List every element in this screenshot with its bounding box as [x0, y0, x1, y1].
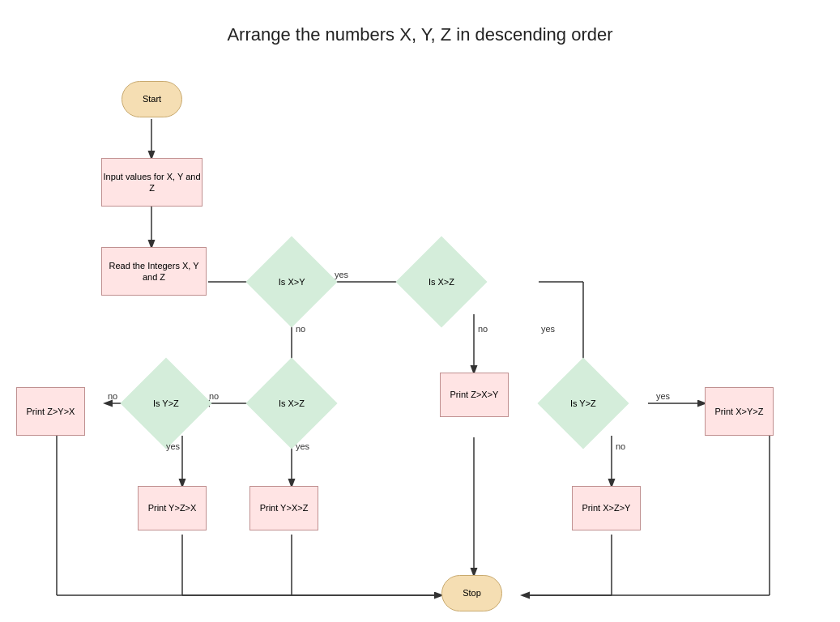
label-d1-no: no — [296, 324, 305, 334]
read-shape: Read the Integers X, Y and Z — [101, 247, 207, 296]
p2-label: Print Y>Z>X — [148, 502, 197, 513]
p6-label: Print X>Y>Z — [715, 406, 764, 417]
label-d3-yes: yes — [296, 441, 309, 451]
start-shape: Start — [122, 81, 182, 117]
p3-label: Print Y>X>Z — [260, 502, 309, 513]
d5-label: Is Y>Z — [570, 398, 596, 409]
p5-label: Print X>Z>Y — [582, 502, 631, 513]
read-label: Read the Integers X, Y and Z — [102, 260, 206, 283]
label-d5-no: no — [616, 441, 625, 451]
start-label: Start — [143, 93, 161, 104]
p1-label: Print Z>Y>X — [27, 406, 75, 417]
label-d3-no: no — [209, 391, 219, 401]
d1-label: Is X>Y — [279, 276, 305, 288]
label-d2-no: no — [478, 324, 488, 334]
stop-label: Stop — [463, 587, 481, 599]
d4-shape: Is Y>Z — [120, 357, 211, 449]
d5-shape: Is Y>Z — [537, 357, 629, 449]
input-label: Input values for X, Y and Z — [102, 171, 202, 194]
d2-label: Is X>Z — [429, 276, 454, 288]
d2-shape: Is X>Z — [395, 236, 487, 327]
p2-shape: Print Y>Z>X — [138, 486, 207, 530]
p3-shape: Print Y>X>Z — [249, 486, 318, 530]
d1-shape: Is X>Y — [245, 236, 337, 327]
label-d4-no: no — [108, 391, 117, 401]
input-shape: Input values for X, Y and Z — [101, 158, 203, 207]
label-d1-yes: yes — [335, 270, 348, 279]
label-d4-yes: yes — [166, 441, 180, 451]
label-d2-yes: yes — [541, 324, 555, 334]
d4-label: Is Y>Z — [153, 398, 179, 409]
d3-label: Is X>Z — [279, 398, 305, 409]
page-title: Arrange the numbers X, Y, Z in descendin… — [0, 24, 840, 45]
p1-shape: Print Z>Y>X — [16, 387, 85, 436]
p4-label: Print Z>X>Y — [450, 389, 499, 400]
p4-shape: Print Z>X>Y — [440, 373, 509, 417]
stop-shape: Stop — [441, 575, 502, 611]
p6-shape: Print X>Y>Z — [705, 387, 774, 436]
d3-shape: Is X>Z — [245, 357, 337, 449]
label-d5-yes: yes — [656, 391, 670, 401]
p5-shape: Print X>Z>Y — [572, 486, 641, 530]
